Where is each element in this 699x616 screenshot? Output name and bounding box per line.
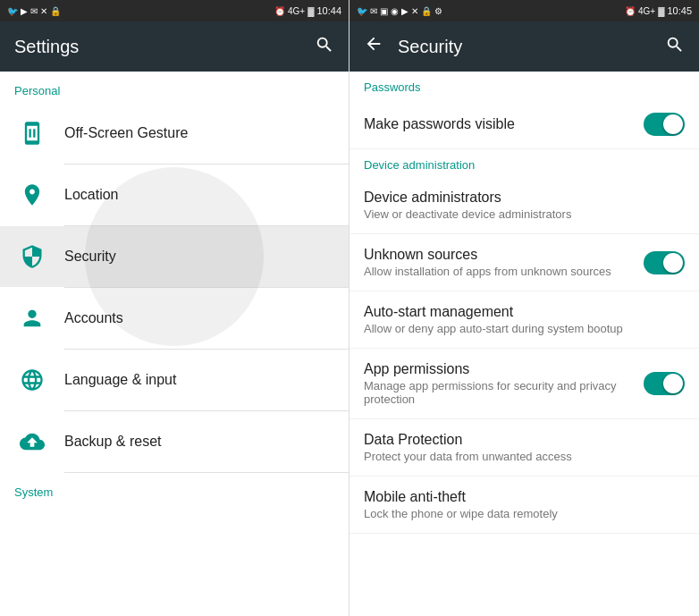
backup-text: Backup & reset — [64, 434, 334, 450]
make-passwords-toggle[interactable] — [644, 113, 685, 136]
security-icon — [14, 239, 50, 274]
right-panel: 🐦 ✉ ▣ ◉ ▶ ✕ 🔒 ⚙ ⏰ 4G+ ▓ 10:45 Security P… — [350, 0, 699, 616]
make-passwords-toggle-knob — [663, 114, 683, 134]
left-search-icon[interactable] — [315, 35, 334, 59]
right-status-icons: 🐦 ✉ ▣ ◉ ▶ ✕ 🔒 ⚙ — [357, 6, 442, 16]
off-screen-gesture-item[interactable]: Off-Screen Gesture — [0, 103, 349, 164]
r-img-icon: ◉ — [391, 6, 399, 16]
data-protection-subtitle: Protect your data from unwanted access — [364, 450, 685, 463]
data-protection-text: Data Protection Protect your data from u… — [364, 432, 685, 463]
left-status-right-icons: ⏰ 4G+ ▓ 10:44 — [274, 5, 341, 16]
location-title: Location — [64, 187, 334, 203]
left-app-bar: Settings — [0, 21, 349, 72]
auto-start-item[interactable]: Auto-start management Allow or deny app … — [350, 291, 699, 349]
language-title: Language & input — [64, 372, 334, 388]
mobile-anti-theft-text: Mobile anti-theft Lock the phone or wipe… — [364, 489, 685, 520]
app-permissions-item[interactable]: App permissions Manage app permissions f… — [350, 349, 699, 419]
mail-icon: ✉ — [30, 6, 38, 16]
left-status-bar: 🐦 ▶ ✉ ✕ 🔒 ⏰ 4G+ ▓ 10:44 — [0, 0, 349, 21]
app-permissions-title: App permissions — [364, 361, 644, 377]
msg-icon: ✕ — [40, 6, 47, 16]
make-passwords-visible-title: Make passwords visible — [364, 116, 644, 132]
unknown-sources-subtitle: Allow installation of apps from unknown … — [364, 265, 644, 278]
left-scroll-area[interactable]: Personal Off-Screen Gesture Location — [0, 72, 349, 616]
off-screen-gesture-text: Off-Screen Gesture — [64, 125, 334, 141]
unknown-sources-toggle[interactable] — [644, 251, 685, 274]
left-panel: 🐦 ▶ ✉ ✕ 🔒 ⏰ 4G+ ▓ 10:44 Settings Persona… — [0, 0, 350, 616]
location-text: Location — [64, 187, 334, 203]
unknown-sources-toggle-knob — [663, 253, 683, 273]
auto-start-text: Auto-start management Allow or deny app … — [364, 304, 685, 335]
accounts-item[interactable]: Accounts — [0, 288, 349, 349]
passwords-section-header: Passwords — [350, 72, 699, 99]
left-time: 10:44 — [316, 5, 341, 16]
data-protection-item[interactable]: Data Protection Protect your data from u… — [350, 419, 699, 477]
r-lock-icon: 🔒 — [421, 6, 432, 16]
language-text: Language & input — [64, 372, 334, 388]
right-status-right-icons: ⏰ 4G+ ▓ 10:45 — [625, 5, 692, 16]
unknown-sources-text: Unknown sources Allow installation of ap… — [364, 247, 644, 278]
language-item[interactable]: Language & input — [0, 350, 349, 410]
mobile-anti-theft-subtitle: Lock the phone or wipe data remotely — [364, 507, 685, 520]
language-icon — [14, 362, 50, 398]
off-screen-gesture-icon — [14, 115, 50, 151]
location-item[interactable]: Location — [0, 165, 349, 225]
r-alarm-icon: ⏰ — [625, 6, 636, 16]
accounts-title: Accounts — [64, 310, 334, 326]
device-administrators-text: Device administrators View or deactivate… — [364, 190, 685, 221]
left-status-icons: 🐦 ▶ ✉ ✕ 🔒 — [7, 6, 61, 16]
app-permissions-toggle[interactable] — [644, 372, 685, 395]
alarm-icon: ⏰ — [274, 6, 285, 16]
right-search-icon[interactable] — [665, 35, 685, 59]
youtube-icon: ▶ — [21, 6, 28, 16]
r-msg-icon: ▣ — [380, 6, 388, 16]
backup-title: Backup & reset — [64, 434, 334, 450]
make-passwords-visible-text: Make passwords visible — [364, 116, 644, 132]
r-yt-icon: ▶ — [401, 6, 408, 16]
r-twitter-icon: 🐦 — [357, 6, 367, 16]
device-administrators-subtitle: View or deactivate device administrators — [364, 207, 685, 221]
make-passwords-visible-item[interactable]: Make passwords visible — [350, 99, 699, 149]
battery-icon: ▓ — [307, 6, 314, 16]
security-item-title: Security — [64, 249, 334, 265]
security-item[interactable]: Security — [0, 226, 349, 287]
twitter-icon: 🐦 — [7, 6, 18, 16]
r-x-icon: ✕ — [411, 6, 418, 16]
network-icon: 4G+ — [288, 6, 305, 16]
lock-icon: 🔒 — [50, 6, 61, 16]
personal-section-header: Personal — [0, 72, 349, 103]
system-section-header: System — [0, 473, 349, 504]
device-administrators-title: Device administrators — [364, 190, 685, 206]
device-admin-section-header: Device administration — [350, 149, 699, 177]
security-item-text: Security — [64, 249, 334, 265]
right-scroll-area[interactable]: Passwords Make passwords visible Device … — [350, 72, 699, 616]
unknown-sources-item[interactable]: Unknown sources Allow installation of ap… — [350, 234, 699, 291]
auto-start-subtitle: Allow or deny app auto-start during syst… — [364, 322, 685, 335]
auto-start-title: Auto-start management — [364, 304, 685, 320]
device-administrators-item[interactable]: Device administrators View or deactivate… — [350, 177, 699, 234]
right-time: 10:45 — [667, 5, 692, 16]
accounts-text: Accounts — [64, 310, 334, 326]
mobile-anti-theft-title: Mobile anti-theft — [364, 489, 685, 505]
r-network-icon: 4G+ — [638, 6, 655, 16]
backup-icon — [14, 424, 50, 460]
app-permissions-text: App permissions Manage app permissions f… — [364, 361, 644, 406]
left-app-bar-title: Settings — [14, 37, 315, 57]
right-status-bar: 🐦 ✉ ▣ ◉ ▶ ✕ 🔒 ⚙ ⏰ 4G+ ▓ 10:45 — [350, 0, 699, 21]
mobile-anti-theft-item[interactable]: Mobile anti-theft Lock the phone or wipe… — [350, 477, 699, 534]
right-app-bar: Security — [350, 21, 699, 72]
accounts-icon — [14, 300, 50, 336]
backup-item[interactable]: Backup & reset — [0, 411, 349, 472]
app-permissions-toggle-knob — [663, 374, 683, 393]
app-permissions-subtitle: Manage app permissions for security and … — [364, 379, 644, 406]
r-gear-icon: ⚙ — [434, 6, 442, 16]
off-screen-gesture-title: Off-Screen Gesture — [64, 125, 334, 141]
right-app-bar-title: Security — [398, 37, 665, 57]
back-button[interactable] — [364, 34, 383, 59]
unknown-sources-title: Unknown sources — [364, 247, 644, 263]
data-protection-title: Data Protection — [364, 432, 685, 448]
r-mail-icon: ✉ — [370, 6, 377, 16]
r-battery-icon: ▓ — [658, 6, 664, 16]
location-icon — [14, 177, 50, 213]
